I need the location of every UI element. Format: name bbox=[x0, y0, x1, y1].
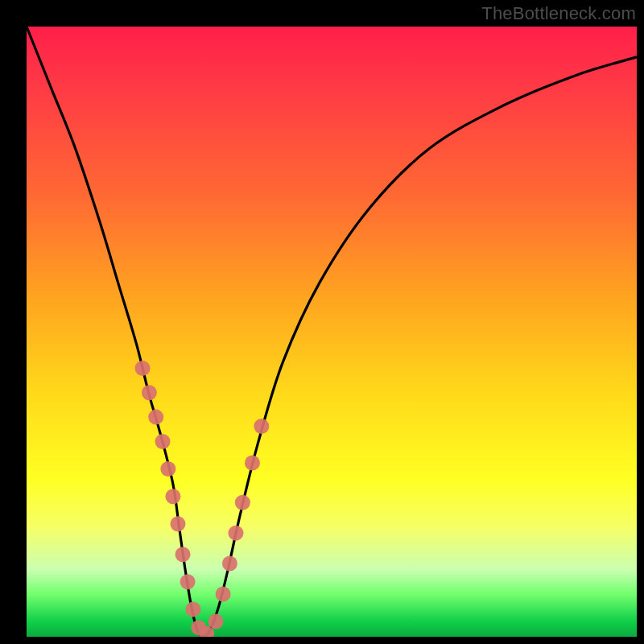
highlight-point bbox=[175, 547, 191, 562]
highlight-point bbox=[216, 586, 231, 601]
watermark-text: TheBottleneck.com bbox=[481, 3, 636, 24]
highlight-point bbox=[142, 385, 157, 400]
highlight-point bbox=[254, 419, 269, 434]
plot-area bbox=[27, 27, 637, 637]
highlight-point bbox=[235, 495, 250, 510]
chart-frame: TheBottleneck.com bbox=[0, 0, 644, 644]
highlight-point bbox=[185, 601, 200, 617]
highlight-point bbox=[208, 614, 223, 630]
highlight-point bbox=[165, 489, 180, 504]
bottleneck-curve bbox=[27, 27, 637, 637]
highlight-point bbox=[170, 516, 185, 531]
bottleneck-curve-path bbox=[27, 27, 637, 637]
highlight-points bbox=[135, 361, 270, 637]
curve-layer bbox=[27, 27, 637, 637]
highlight-point bbox=[222, 556, 237, 572]
highlight-point bbox=[135, 361, 151, 376]
highlight-point bbox=[245, 455, 260, 470]
highlight-point bbox=[160, 461, 175, 477]
highlight-point bbox=[148, 410, 163, 425]
highlight-point bbox=[180, 574, 196, 589]
highlight-point bbox=[228, 526, 243, 541]
highlight-point bbox=[155, 434, 171, 449]
